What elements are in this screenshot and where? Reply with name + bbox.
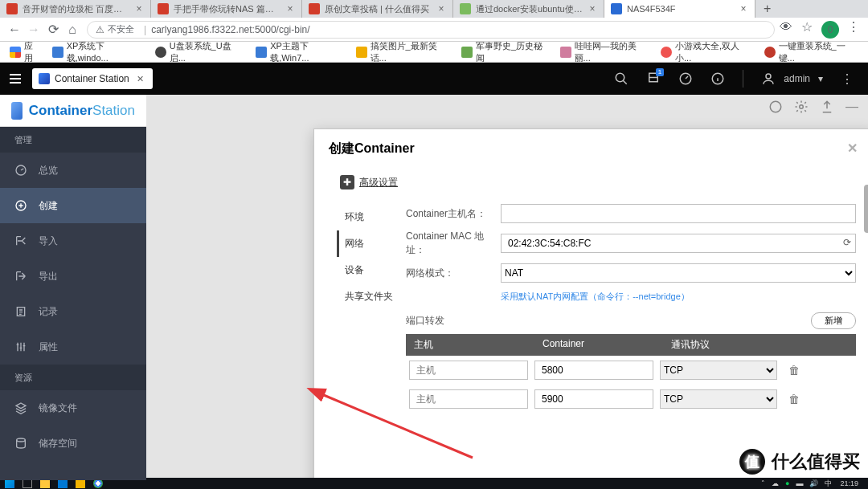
watermark: 值 什么值得买 <box>739 449 860 475</box>
browser-tab[interactable]: 原创文章投稿 | 什么值得买× <box>302 0 453 18</box>
nav-label: 设备 <box>345 264 364 275</box>
more-icon[interactable]: ⋮ <box>841 71 855 86</box>
back-button[interactable]: ← <box>5 20 24 39</box>
close-icon[interactable]: ✕ <box>847 141 858 157</box>
wechat-icon[interactable]: ● <box>785 479 789 487</box>
sidebar-item-storage[interactable]: 储存空间 <box>0 426 146 461</box>
sidebar-item-import[interactable]: 导入 <box>0 223 146 259</box>
tab-favicon <box>6 3 18 14</box>
close-icon[interactable]: × <box>436 4 446 14</box>
btn-label: 新增 <box>825 316 842 325</box>
cast-icon[interactable]: 👁 <box>780 21 792 34</box>
info-icon[interactable] <box>710 71 725 86</box>
browser-tab-active[interactable]: NAS4F534F× <box>604 0 755 18</box>
divider <box>743 70 743 88</box>
network-icon[interactable]: ▬ <box>796 479 803 487</box>
insecure-label: 不安全 <box>108 23 134 35</box>
settings-nav-shared[interactable]: 共享文件夹 <box>337 283 406 310</box>
url-input[interactable]: ⚠ 不安全 | carlyang1986.f3322.net:5000/cgi-… <box>87 21 775 39</box>
export-icon <box>14 270 27 283</box>
sidebar-item-logs[interactable]: 记录 <box>0 294 146 329</box>
delete-icon[interactable]: 🗑 <box>784 364 800 377</box>
app-tab-container-station[interactable]: Container Station ✕ <box>32 68 153 89</box>
sidebar-item-label: 创建 <box>39 199 58 213</box>
sidebar-item-create[interactable]: 创建 <box>0 188 146 223</box>
bookmark[interactable]: XP系统下载,windo... <box>47 42 149 63</box>
sidebar-item-overview[interactable]: 总览 <box>0 153 146 188</box>
search-icon[interactable] <box>614 71 628 86</box>
reload-button[interactable]: ⟳ <box>43 20 63 39</box>
home-button[interactable]: ⌂ <box>63 20 82 39</box>
advanced-settings-toggle[interactable]: ✚ 高级设置 <box>337 175 856 189</box>
close-icon[interactable]: × <box>285 4 295 14</box>
close-icon[interactable]: × <box>134 4 144 14</box>
tab-favicon <box>158 3 169 14</box>
protocol-select[interactable]: TCP <box>660 361 777 380</box>
notification-icon[interactable]: 1 <box>646 71 661 86</box>
sidebar-item-label: 总览 <box>39 164 58 177</box>
mac-input[interactable] <box>501 234 856 253</box>
brand-a: Container <box>29 103 92 119</box>
forward-button[interactable]: → <box>24 20 43 39</box>
browser-tab[interactable]: 音开财管的垃圾柜 百度云_值得...× <box>0 0 151 18</box>
hostname-input[interactable] <box>501 204 856 223</box>
host-port-input[interactable] <box>409 361 528 380</box>
dashboard-icon[interactable] <box>678 71 693 86</box>
apps-shortcut[interactable]: 应用 <box>5 42 46 63</box>
bookmark[interactable]: 小游戏大全,双人小... <box>656 42 757 63</box>
sidebar-item-export[interactable]: 导出 <box>0 259 146 294</box>
bookmark-favicon <box>661 47 672 58</box>
nav-label: 共享文件夹 <box>345 291 393 302</box>
brand-b: Station <box>92 103 135 119</box>
nav-label: 网络 <box>345 238 364 249</box>
container-port-input[interactable] <box>534 361 653 380</box>
refresh-icon[interactable]: ⟳ <box>843 237 851 248</box>
settings-nav-network[interactable]: 网络 <box>337 230 406 257</box>
tray-chevron-icon[interactable]: ˄ <box>761 479 765 487</box>
bookmark[interactable]: 军事野史_历史秘闻 <box>457 42 554 63</box>
protocol-select[interactable]: TCP <box>660 389 777 409</box>
hamburger-menu[interactable] <box>6 71 24 87</box>
modal-header: 创建Container ✕ <box>314 129 868 165</box>
browser-tab[interactable]: 通过docker安装ubuntu使用...× <box>453 0 604 18</box>
svg-point-4 <box>766 74 771 79</box>
scrollbar[interactable] <box>864 185 868 233</box>
user-menu[interactable]: admin ▾ <box>761 71 823 86</box>
brand: ContainerStation <box>0 95 146 127</box>
new-tab-button[interactable]: + <box>755 2 779 16</box>
bookmark[interactable]: XP主题下载,Win7... <box>251 42 349 63</box>
clock[interactable]: 21:19 <box>840 479 863 487</box>
host-port-input[interactable] <box>409 389 528 409</box>
delete-icon[interactable]: 🗑 <box>784 393 800 405</box>
browser-tab[interactable]: 手把手带你玩转NAS 篇二十...× <box>151 0 302 18</box>
watermark-icon: 值 <box>739 449 765 475</box>
netmode-select[interactable]: NAT <box>501 263 856 283</box>
volume-icon[interactable]: 🔊 <box>809 479 818 487</box>
ime-icon[interactable]: 中 <box>825 479 832 489</box>
bookmark[interactable]: 哇哇网—我的美丽... <box>555 42 655 63</box>
add-port-button[interactable]: 新增 <box>811 312 856 329</box>
container-port-input[interactable] <box>534 389 653 409</box>
sidebar-section-label: 管理 <box>14 134 32 146</box>
bookmark[interactable]: U盘装系统_U盘启... <box>150 42 250 63</box>
nas-header: Container Station ✕ 1 admin ▾ ⋮ <box>0 63 868 95</box>
sidebar-item-properties[interactable]: 属性 <box>0 329 146 365</box>
nat-note-link[interactable]: 采用默认NAT内网配置（命令行：--net=bridge） <box>406 289 856 312</box>
bookmark-favicon <box>560 47 571 58</box>
bookmark-label: 军事野史_历史秘闻 <box>476 42 549 63</box>
system-tray[interactable]: ˄ ☁ ● ▬ 🔊 中 <box>761 479 832 489</box>
cloud-icon[interactable]: ☁ <box>772 479 779 487</box>
bookmark[interactable]: 搞笑图片_最新笑话... <box>351 42 455 63</box>
profile-avatar[interactable]: 0 <box>821 21 839 39</box>
close-icon[interactable]: ✕ <box>134 74 146 84</box>
sidebar-item-label: 记录 <box>39 305 58 319</box>
close-icon[interactable]: × <box>588 4 597 14</box>
settings-nav-device[interactable]: 设备 <box>337 257 406 283</box>
settings-nav-env[interactable]: 环境 <box>337 204 406 230</box>
sidebar-item-label: 属性 <box>39 340 58 354</box>
close-icon[interactable]: × <box>739 4 748 14</box>
menu-icon[interactable]: ⋮ <box>847 21 860 34</box>
star-icon[interactable]: ☆ <box>800 21 813 34</box>
bookmark[interactable]: 一键重装系统_一键... <box>760 42 863 63</box>
sidebar-item-images[interactable]: 镜像文件 <box>0 390 146 426</box>
